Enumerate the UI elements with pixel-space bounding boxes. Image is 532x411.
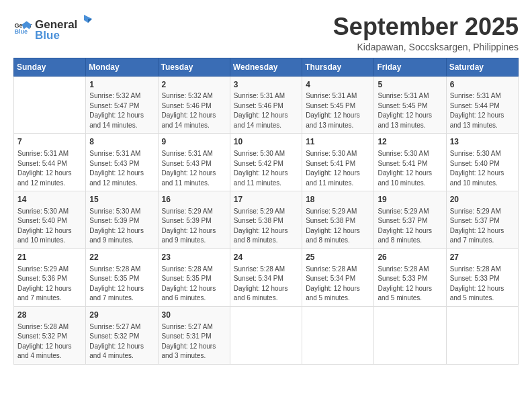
calendar-cell: 9Sunrise: 5:31 AM Sunset: 5:43 PM Daylig… [158,134,230,191]
day-number: 7 [17,136,82,148]
header-friday: Friday [374,58,446,76]
calendar-table: SundayMondayTuesdayWednesdayThursdayFrid… [13,58,519,365]
day-info: Sunrise: 5:29 AM Sunset: 5:38 PM Dayligh… [234,207,298,246]
svg-text:Blue: Blue [14,28,28,35]
calendar-cell: 11Sunrise: 5:30 AM Sunset: 5:41 PM Dayli… [302,134,374,191]
day-number: 15 [89,194,154,205]
day-number: 2 [162,79,226,91]
day-number: 22 [89,252,154,263]
calendar-cell: 13Sunrise: 5:30 AM Sunset: 5:40 PM Dayli… [446,134,518,191]
calendar-cell: 23Sunrise: 5:28 AM Sunset: 5:35 PM Dayli… [158,248,230,306]
header-saturday: Saturday [446,58,518,76]
day-number: 12 [378,136,442,148]
calendar-cell: 10Sunrise: 5:30 AM Sunset: 5:42 PM Dayli… [230,134,302,191]
header-tuesday: Tuesday [158,58,230,76]
week-row-5: 28Sunrise: 5:28 AM Sunset: 5:32 PM Dayli… [14,306,519,364]
page-title: September 2025 [333,13,519,40]
calendar-cell: 3Sunrise: 5:31 AM Sunset: 5:46 PM Daylig… [230,76,302,134]
day-number: 26 [378,252,442,263]
page-header: General Blue General Blue September 2025… [13,13,519,52]
day-number: 27 [450,252,515,263]
svg-marker-4 [88,19,92,23]
calendar-cell [302,306,374,364]
day-number: 10 [234,136,298,148]
header-thursday: Thursday [302,58,374,76]
calendar-cell: 7Sunrise: 5:31 AM Sunset: 5:44 PM Daylig… [14,134,86,191]
day-info: Sunrise: 5:31 AM Sunset: 5:44 PM Dayligh… [450,91,515,130]
calendar-cell: 6Sunrise: 5:31 AM Sunset: 5:44 PM Daylig… [446,76,518,134]
calendar-cell [230,306,302,364]
day-number: 18 [306,194,370,205]
day-number: 9 [162,136,226,148]
logo: General Blue General Blue [13,13,93,42]
day-number: 17 [234,194,298,205]
day-number: 13 [450,136,515,148]
day-number: 8 [89,136,154,148]
calendar-cell: 19Sunrise: 5:29 AM Sunset: 5:37 PM Dayli… [374,191,446,249]
page-subtitle: Kidapawan, Soccsksargen, Philippines [333,42,519,52]
day-info: Sunrise: 5:30 AM Sunset: 5:41 PM Dayligh… [378,149,442,188]
day-number: 29 [89,310,154,321]
day-info: Sunrise: 5:30 AM Sunset: 5:40 PM Dayligh… [17,207,82,246]
day-info: Sunrise: 5:30 AM Sunset: 5:40 PM Dayligh… [450,149,515,188]
calendar-cell [14,76,86,134]
day-info: Sunrise: 5:28 AM Sunset: 5:35 PM Dayligh… [162,265,226,304]
day-number: 4 [306,79,370,91]
day-number: 28 [17,310,82,321]
header-sunday: Sunday [14,58,86,76]
day-info: Sunrise: 5:28 AM Sunset: 5:33 PM Dayligh… [378,265,442,304]
calendar-cell: 21Sunrise: 5:29 AM Sunset: 5:36 PM Dayli… [14,248,86,306]
day-info: Sunrise: 5:29 AM Sunset: 5:38 PM Dayligh… [306,207,370,246]
calendar-cell: 30Sunrise: 5:27 AM Sunset: 5:31 PM Dayli… [158,306,230,364]
calendar-cell: 26Sunrise: 5:28 AM Sunset: 5:33 PM Dayli… [374,248,446,306]
calendar-cell: 14Sunrise: 5:30 AM Sunset: 5:40 PM Dayli… [14,191,86,249]
day-info: Sunrise: 5:28 AM Sunset: 5:34 PM Dayligh… [234,265,298,304]
day-info: Sunrise: 5:32 AM Sunset: 5:46 PM Dayligh… [162,91,226,130]
day-number: 3 [234,79,298,91]
calendar-cell: 8Sunrise: 5:31 AM Sunset: 5:43 PM Daylig… [86,134,158,191]
day-number: 14 [17,194,82,205]
day-info: Sunrise: 5:31 AM Sunset: 5:43 PM Dayligh… [162,149,226,188]
calendar-cell [374,306,446,364]
day-info: Sunrise: 5:31 AM Sunset: 5:46 PM Dayligh… [234,91,298,130]
calendar-cell: 15Sunrise: 5:30 AM Sunset: 5:39 PM Dayli… [86,191,158,249]
day-number: 20 [450,194,515,205]
calendar-cell: 24Sunrise: 5:28 AM Sunset: 5:34 PM Dayli… [230,248,302,306]
calendar-cell: 25Sunrise: 5:28 AM Sunset: 5:34 PM Dayli… [302,248,374,306]
calendar-cell: 28Sunrise: 5:28 AM Sunset: 5:32 PM Dayli… [14,306,86,364]
day-info: Sunrise: 5:28 AM Sunset: 5:32 PM Dayligh… [17,322,82,361]
logo-icon: General Blue [13,19,32,38]
calendar-cell: 22Sunrise: 5:28 AM Sunset: 5:35 PM Dayli… [86,248,158,306]
day-info: Sunrise: 5:29 AM Sunset: 5:37 PM Dayligh… [450,207,515,246]
calendar-cell: 2Sunrise: 5:32 AM Sunset: 5:46 PM Daylig… [158,76,230,134]
week-row-4: 21Sunrise: 5:29 AM Sunset: 5:36 PM Dayli… [14,248,519,306]
day-number: 5 [378,79,442,91]
calendar-header: SundayMondayTuesdayWednesdayThursdayFrid… [14,58,519,76]
day-info: Sunrise: 5:31 AM Sunset: 5:45 PM Dayligh… [306,91,370,130]
day-info: Sunrise: 5:29 AM Sunset: 5:36 PM Dayligh… [17,265,82,304]
day-number: 6 [450,79,515,91]
day-info: Sunrise: 5:28 AM Sunset: 5:35 PM Dayligh… [89,265,154,304]
header-wednesday: Wednesday [230,58,302,76]
day-info: Sunrise: 5:30 AM Sunset: 5:39 PM Dayligh… [89,207,154,246]
day-number: 19 [378,194,442,205]
header-row: SundayMondayTuesdayWednesdayThursdayFrid… [14,58,519,76]
calendar-cell: 12Sunrise: 5:30 AM Sunset: 5:41 PM Dayli… [374,134,446,191]
day-info: Sunrise: 5:29 AM Sunset: 5:37 PM Dayligh… [378,207,442,246]
day-info: Sunrise: 5:27 AM Sunset: 5:32 PM Dayligh… [89,322,154,361]
day-number: 24 [234,252,298,263]
day-number: 1 [89,79,154,91]
day-info: Sunrise: 5:28 AM Sunset: 5:34 PM Dayligh… [306,265,370,304]
week-row-3: 14Sunrise: 5:30 AM Sunset: 5:40 PM Dayli… [14,191,519,249]
calendar-cell: 29Sunrise: 5:27 AM Sunset: 5:32 PM Dayli… [86,306,158,364]
day-number: 21 [17,252,82,263]
day-info: Sunrise: 5:31 AM Sunset: 5:43 PM Dayligh… [89,149,154,188]
day-info: Sunrise: 5:28 AM Sunset: 5:33 PM Dayligh… [450,265,515,304]
calendar-cell: 27Sunrise: 5:28 AM Sunset: 5:33 PM Dayli… [446,248,518,306]
week-row-2: 7Sunrise: 5:31 AM Sunset: 5:44 PM Daylig… [14,134,519,191]
day-info: Sunrise: 5:30 AM Sunset: 5:42 PM Dayligh… [234,149,298,188]
day-info: Sunrise: 5:30 AM Sunset: 5:41 PM Dayligh… [306,149,370,188]
day-number: 11 [306,136,370,148]
calendar-cell: 17Sunrise: 5:29 AM Sunset: 5:38 PM Dayli… [230,191,302,249]
logo-flag [79,13,93,28]
